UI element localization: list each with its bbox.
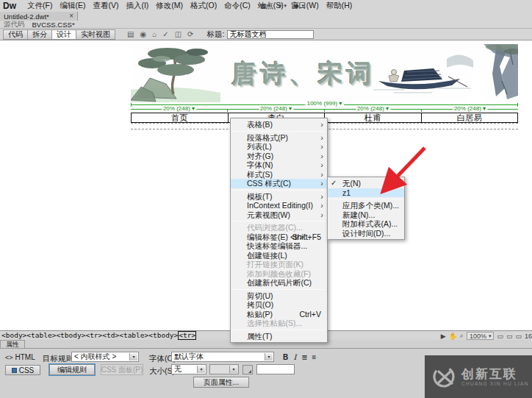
tag-tr-selected[interactable]: <tr> [178,331,196,340]
item-label: 拷贝(O) [247,300,273,309]
item-label: 快速标签编辑器... [247,241,307,250]
target-rule-select[interactable]: < 内联样式 > ▾ [71,352,139,362]
design-view-button[interactable]: 设计 [51,29,76,40]
context-menu-item-templates[interactable]: 模板(T)› [231,192,327,202]
item-label: 附加样式表(A)... [342,219,398,228]
context-menu-item-properties[interactable]: 属性(T) [231,332,327,341]
context-menu-item-paste[interactable]: 粘贴(P)Ctrl+V [231,310,327,319]
context-menu-item-quick-tag-editor[interactable]: 快速标签编辑器... [231,241,327,251]
context-menu-item-cut[interactable]: 剪切(U) [231,291,327,301]
html-mode-button[interactable]: <> HTML [5,353,35,361]
zoom-tool-icon[interactable]: ⌕ [460,332,464,340]
column-width-segment[interactable]: 20% (248) ▾ [131,109,227,112]
context-menu-item-paragraph[interactable]: 段落格式(P)› [231,133,327,143]
tag-tbody[interactable]: <tbody> [148,331,178,340]
column-width-segment[interactable]: 20% (248) ▾ [421,109,518,112]
unordered-list-icon[interactable]: ≣ [301,353,309,361]
submenu-item-new[interactable]: 新建(N)... [328,210,404,220]
column-width-label[interactable]: 20% (248) ▾ [453,105,487,113]
color-hex-input[interactable] [256,364,295,374]
window-size-indicator[interactable]: 16 [525,333,532,340]
menu-format[interactable]: 格式(O) [187,0,220,12]
item-label: 打开链接页面(K) [247,260,303,269]
menu-insert[interactable]: 插入(I) [122,0,152,12]
item-label: 无(N) [342,179,361,188]
extensions-button[interactable]: ✳▾ [277,2,287,10]
context-menu-item-font[interactable]: 字体(N)› [231,160,327,170]
column-width-label[interactable]: 20% (248) ▾ [162,105,196,113]
menubar-right-icons: ▦▾ ✳▾ ☻▾ [260,0,304,12]
menu-help[interactable]: 帮助(H) [323,0,356,12]
submenu-item-z1[interactable]: z1 [328,188,404,198]
text-color-swatch[interactable] [242,365,253,374]
bold-button[interactable]: B [281,353,290,361]
tag-tbody[interactable]: <tbody> [56,331,85,340]
select-tool-icon[interactable]: ▶ [441,333,446,340]
italic-button[interactable]: I [291,353,299,361]
context-menu-item-css-styles[interactable]: CSS 样式(C)› [231,179,327,188]
related-css-file[interactable]: BVCSS.CSS* [32,21,75,29]
tag-table[interactable]: <table> [26,331,56,340]
submenu-item-design-time[interactable]: 设计时间(D)... [328,229,404,238]
column-width-label[interactable]: 20% (248) ▾ [259,105,293,113]
chevron-down-icon: ▾ [265,353,273,360]
context-menu-item-style[interactable]: 样式(S)› [231,170,327,180]
doc-title-input[interactable] [227,30,314,39]
context-menu-item-align[interactable]: 对齐(G)› [231,152,327,161]
context-menu-item-copy[interactable]: 拷贝(O) [231,300,327,310]
context-menu-item-new-snippet[interactable]: 创建新代码片断(C) [231,278,327,288]
nav-cell-dufu[interactable]: 杜甫 [325,113,422,122]
file-management-icon[interactable]: ▤ [127,30,134,38]
context-menu-item-list[interactable]: 列表(L)› [231,142,327,152]
context-menu-item-element-view[interactable]: 元素视图(W)› [231,210,327,220]
hand-tool-icon[interactable]: ✋ [449,333,457,340]
check-browser-icon[interactable]: ✓ [162,30,168,38]
tag-body[interactable]: <body> [1,331,26,340]
live-view-button[interactable]: 实时视图 [76,29,115,40]
desktop-size-icon[interactable]: ▭ [515,333,522,340]
submenu-item-apply-multiple-classes[interactable]: 应用多个类(M)... [328,201,404,210]
edit-rule-button[interactable]: 编辑规则 [49,364,95,375]
menu-view[interactable]: 查看(V) [89,0,122,12]
context-menu-item-table[interactable]: 表格(B)› [231,120,327,129]
source-code-button[interactable]: 源代码 [4,20,25,29]
chevron-down-icon: ▾ [129,353,137,360]
workspace-switcher-button[interactable]: ▦▾ [260,2,270,10]
menu-modify[interactable]: 修改(M) [152,0,187,12]
zoom-level-select[interactable]: 100% ▾ [467,332,495,340]
column-width-label[interactable]: 20% (248) ▾ [356,105,390,113]
code-view-button[interactable]: 代码 [3,29,28,40]
font-select[interactable]: 默认字体 ▾ [171,352,274,362]
ordered-list-icon[interactable]: ≡ [310,353,318,361]
context-menu-item-incontext[interactable]: InContext Editing(I)› [231,201,327,210]
split-view-button[interactable]: 拆分 [27,29,52,40]
menu-file[interactable]: 文件(F) [24,0,56,12]
chevron-down-icon: ▾ [489,333,492,339]
page-properties-button[interactable]: 页面属性... [193,377,249,388]
nav-cell-baijuyi[interactable]: 白居易 [422,113,518,122]
column-width-segment[interactable]: 20% (248) ▾ [227,109,324,112]
context-menu-item-make-link[interactable]: 创建链接(L) [231,251,327,260]
w3c-validation-icon[interactable]: ⌂ [152,30,157,38]
close-icon[interactable]: × [69,13,73,20]
submenu-item-none[interactable]: ✓无(N) [328,179,404,188]
submenu-item-attach-stylesheet[interactable]: 附加样式表(A)... [328,219,404,229]
tag-table[interactable]: <table> [119,331,148,340]
tag-td[interactable]: <td> [102,331,119,340]
preview-browser-icon[interactable]: ◉ [140,30,146,38]
item-label: 设计时间(D)... [342,229,390,238]
tag-tr[interactable]: <tr> [85,331,102,340]
nav-cell-home[interactable]: 首页 [132,113,229,122]
menu-edit[interactable]: 编辑(E) [56,0,89,12]
context-menu-item-edit-tag[interactable]: 编辑标签(E) <tr>...Shift+F5 [231,232,327,242]
window-size-icon[interactable]: ▭ [497,333,503,340]
menu-commands[interactable]: 命令(C) [220,0,254,12]
refresh-design-icon[interactable]: ⟳ [187,30,193,38]
properties-tab[interactable]: 属性 [0,340,25,348]
user-account-button[interactable]: ☻▾ [293,2,304,10]
size-select[interactable]: 无 ▾ [171,364,206,374]
css-mode-button[interactable]: CSS [5,365,40,375]
visual-aids-icon[interactable]: ◫ [175,30,181,38]
column-width-segment[interactable]: 20% (248) ▾ [324,109,421,112]
tablet-size-icon[interactable]: ▭ [506,333,513,340]
